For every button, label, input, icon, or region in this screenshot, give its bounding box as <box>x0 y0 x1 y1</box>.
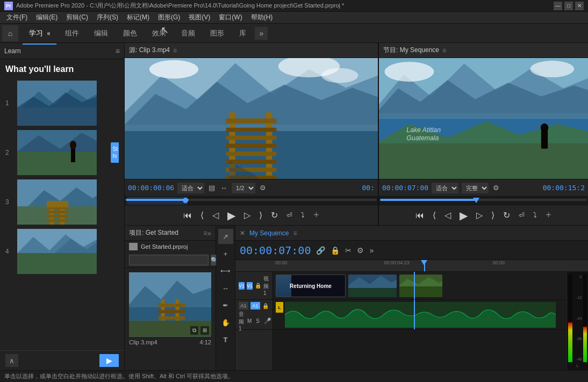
hand-tool-btn[interactable]: ✋ <box>218 315 233 330</box>
source-settings-btn[interactable]: ⚙ <box>259 183 267 193</box>
menu-clip[interactable]: 剪辑(C) <box>62 12 92 23</box>
project-menu-icon[interactable]: ≡ <box>203 229 207 237</box>
pen-tool-btn[interactable]: ✒ <box>218 298 233 313</box>
program-frame-fwd-btn[interactable]: ▷ <box>473 208 486 222</box>
maximize-button[interactable]: □ <box>564 2 573 10</box>
v1-target-btn[interactable]: V1 <box>239 282 245 290</box>
selection-tool-btn[interactable]: ↗ <box>218 229 233 244</box>
source-timeline-bar[interactable] <box>125 196 378 205</box>
seq-link-btn[interactable]: 🔗 <box>315 245 326 256</box>
program-step-fwd-btn[interactable]: ⟩ <box>488 208 498 222</box>
v1-lock-icon[interactable]: 🔒 <box>255 283 261 289</box>
project-search-input[interactable] <box>129 255 209 265</box>
clip-duration: 4:12 <box>200 339 211 345</box>
program-add-btn[interactable]: + <box>542 207 555 223</box>
razor-tool-btn[interactable]: + <box>218 246 233 261</box>
menu-help[interactable]: 帮助(H) <box>247 12 277 23</box>
tab-effects[interactable]: 效果 ↖ <box>146 25 173 41</box>
video-clip-2[interactable] <box>399 275 442 297</box>
minimize-button[interactable]: — <box>554 2 562 10</box>
menu-sequence[interactable]: 序列(S) <box>92 12 123 23</box>
a1-lock-icon[interactable]: 🔒 <box>262 303 269 309</box>
ripple-tool-btn[interactable]: ⟷ <box>218 263 233 278</box>
sequence-menu-icon[interactable]: ≡ <box>293 229 297 237</box>
learn-item-2[interactable]: 2 Sthi <box>5 130 119 175</box>
nav-next-button[interactable]: ▶ <box>99 354 119 367</box>
source-monitor-menu-icon[interactable]: ≡ <box>173 47 177 54</box>
sequence-close-icon[interactable]: ✕ <box>240 229 245 237</box>
program-play-btn[interactable]: ▶ <box>456 207 471 224</box>
audio-label-strip: L <box>276 302 283 313</box>
program-step-back-btn[interactable]: ⟨ <box>429 208 439 222</box>
source-fit-select[interactable]: 适合 <box>177 183 204 193</box>
window-controls: — □ ✕ <box>554 2 584 10</box>
project-expand-icon[interactable]: » <box>207 229 211 237</box>
audio-waveform[interactable] <box>285 302 556 328</box>
menu-view[interactable]: 视图(V) <box>184 12 214 23</box>
a1-record-btn[interactable]: 🎤 <box>263 316 273 326</box>
learn-item-1[interactable]: 1 <box>5 81 119 126</box>
v1-track-btn[interactable]: V1 <box>247 282 253 290</box>
learn-item-4[interactable]: 4 <box>5 229 119 274</box>
close-button[interactable]: ✕ <box>575 2 584 10</box>
tab-assembly[interactable]: 组件 <box>59 25 85 41</box>
a1-track-btn[interactable]: A1 <box>250 302 260 309</box>
seq-lock-btn[interactable]: 🔒 <box>329 245 341 256</box>
tab-audio[interactable]: 音频 <box>175 25 202 41</box>
source-loop-btn[interactable]: ↻ <box>268 208 281 222</box>
tab-libraries[interactable]: 库 <box>233 25 253 41</box>
learn-item-3[interactable]: 3 <box>5 179 119 225</box>
menu-file[interactable]: 文件(F) <box>2 12 32 23</box>
seq-more-btn[interactable]: » <box>368 245 375 256</box>
tab-edit[interactable]: 编辑 <box>88 25 114 41</box>
menu-edit[interactable]: 编辑(E) <box>32 12 62 23</box>
source-insert-btn[interactable]: ⏎ <box>283 209 296 221</box>
more-tabs-button[interactable]: » <box>255 27 268 40</box>
program-complete-select[interactable]: 完整 <box>462 183 489 193</box>
source-frame-back-btn[interactable]: ◁ <box>209 208 222 222</box>
program-loop-btn[interactable]: ↻ <box>500 208 513 222</box>
program-overwrite-btn[interactable]: ⤵ <box>530 209 540 221</box>
seq-settings-btn[interactable]: ⚙ <box>356 245 365 256</box>
program-frame-back-btn[interactable]: ◁ <box>441 208 454 222</box>
start-button[interactable]: Sthi <box>111 142 119 163</box>
program-timeline-bar[interactable] <box>379 196 588 205</box>
source-back-start-btn[interactable]: ⏮ <box>180 208 195 222</box>
menu-window[interactable]: 窗口(W) <box>214 12 246 23</box>
program-fit-select[interactable]: 适合 <box>432 183 458 193</box>
program-settings-btn[interactable]: ⚙ <box>492 183 500 193</box>
learn-menu-icon[interactable]: ≡ <box>116 47 120 55</box>
clip-thumb-icon1[interactable]: ⧉ <box>190 326 198 335</box>
time-ruler-content[interactable]: 00:00 00:00:04:23 00:00 <box>275 260 586 271</box>
source-add-btn[interactable]: + <box>310 207 322 223</box>
clip-thumb-icon2[interactable]: ⊞ <box>200 326 209 335</box>
text-tool-btn[interactable]: T <box>218 332 233 347</box>
svg-rect-45 <box>379 143 588 179</box>
source-frame-fwd-btn[interactable]: ▷ <box>241 208 254 222</box>
program-back-start-btn[interactable]: ⏮ <box>412 208 427 222</box>
source-safe-margins-btn[interactable]: ▤ <box>207 183 216 193</box>
svg-rect-59 <box>159 310 185 313</box>
a1-solo-btn[interactable]: S <box>255 317 261 325</box>
menu-graphics[interactable]: 图形(G) <box>154 12 184 23</box>
tab-learn[interactable]: 学习 ≡ <box>23 25 56 41</box>
menu-marker[interactable]: 标记(M) <box>123 12 154 23</box>
a1-target-btn[interactable]: A1 <box>239 302 248 309</box>
video-clip-1[interactable] <box>348 275 397 297</box>
roll-tool-btn[interactable]: ↔ <box>218 280 233 295</box>
source-resolution-select[interactable]: 1/2 <box>232 183 255 193</box>
tab-graphics[interactable]: 图形 <box>204 25 231 41</box>
source-step-fwd-btn[interactable]: ⟩ <box>256 208 266 222</box>
returning-home-clip[interactable]: Returning Home <box>276 275 346 297</box>
seq-cut-btn[interactable]: ✂ <box>344 245 353 256</box>
source-play-btn[interactable]: ▶ <box>224 207 239 224</box>
tab-color[interactable]: 颜色 <box>117 25 144 41</box>
source-step-back-btn[interactable]: ⟨ <box>197 208 207 222</box>
source-output-btn[interactable]: ↔ <box>219 183 228 193</box>
program-insert-btn[interactable]: ⏎ <box>515 209 528 221</box>
a1-mute-btn[interactable]: M <box>246 317 253 325</box>
nav-prev-button[interactable]: ∧ <box>5 354 18 367</box>
program-monitor-menu-icon[interactable]: ≡ <box>442 47 446 54</box>
home-button[interactable]: ⌂ <box>2 25 18 41</box>
source-overwrite-btn[interactable]: ⤵ <box>298 209 308 221</box>
